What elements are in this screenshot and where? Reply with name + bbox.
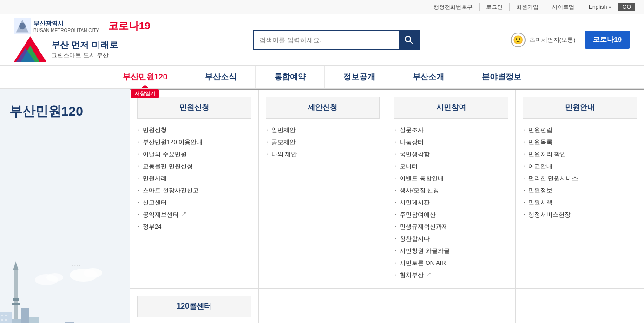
logo-area: 부산광역시 BUSAN METROPOLITAN CITY 코로나19 부산 먼… <box>14 18 163 62</box>
sitemap-link[interactable]: 사이트맵 <box>545 3 581 11</box>
list-item[interactable]: 교통불편 민원신청 <box>137 160 251 172</box>
svg-rect-30 <box>1 319 3 321</box>
menu-col-guide: 민원안내 민원편람 민원목록 민원처리 확인 여권안내 편리한 민원서비스 민원… <box>516 90 644 288</box>
list-item[interactable]: 민원처리 확인 <box>523 148 637 160</box>
signup-link[interactable]: 회원가입 <box>510 3 545 11</box>
list-item[interactable]: 칭찬합시다 <box>394 233 508 245</box>
menu-list-proposal: 일반제안 공모제안 나의 제안 <box>266 124 380 160</box>
nav-label-3: 정보공개 <box>343 72 375 82</box>
empty-col-3 <box>387 289 516 323</box>
busan-city-icon <box>14 18 31 34</box>
list-item[interactable]: 행정서비스헌장 <box>523 209 637 221</box>
section-title: 부산민원120 <box>9 103 121 120</box>
list-item[interactable]: 민원시책 <box>523 197 637 209</box>
menu-header-guide: 민원안내 <box>523 97 637 119</box>
menu-list-guide: 민원편람 민원목록 민원처리 확인 여권안내 편리한 민원서비스 민원정보 민원… <box>523 124 637 221</box>
svg-point-2 <box>19 23 26 29</box>
svg-point-11 <box>46 273 63 282</box>
list-item[interactable]: 모니터 <box>394 160 508 172</box>
search-icon <box>404 35 414 45</box>
slogan-main: 부산 먼저 미래로 <box>51 39 118 51</box>
city-name-en: BUSAN METROPOLITAN CITY <box>33 28 99 33</box>
list-item[interactable]: 행사/모집 신청 <box>394 185 508 197</box>
admin-phone-link[interactable]: 행정전화번호부 <box>427 3 480 11</box>
list-item[interactable]: 스마트 현장사진신고 <box>137 185 251 197</box>
search-button[interactable] <box>399 30 419 50</box>
menu-header-minwon: 민원신청 <box>137 97 251 119</box>
logo-slogan: 부산 먼저 미래로 그린스마트 도시 부산 <box>14 36 118 62</box>
logo-top: 부산광역시 BUSAN METROPOLITAN CITY 코로나19 <box>14 18 150 34</box>
call-center-col: 120콜센터 이용안내 콜센터 소개 <box>130 289 259 323</box>
svg-rect-17 <box>0 312 12 323</box>
top-bar-links: 행정전화번호부 로그인 회원가입 사이트맵 <box>427 3 581 11</box>
list-item[interactable]: 나의 제안 <box>266 148 380 160</box>
busan-logo[interactable]: 부산광역시 BUSAN METROPOLITAN CITY <box>14 18 99 34</box>
search-box <box>253 30 420 50</box>
language-selector[interactable]: English ▾ <box>589 4 611 10</box>
menu-header-citizen: 시민참여 <box>394 97 508 119</box>
list-item[interactable]: 여권안내 <box>523 160 637 172</box>
nav-items: 부산민원120 새창열기 부산소식 통합예약 정보공개 부산소개 분야별정보 <box>104 66 540 88</box>
left-panel: 부산민원120 ⌒ ⌒ <box>0 89 130 323</box>
corona-badge-header[interactable]: 코로나19 <box>108 19 150 33</box>
svg-rect-15 <box>13 298 19 301</box>
list-item[interactable]: 민생규제혁신과제 <box>394 221 508 233</box>
nav-item-fields[interactable]: 분야별정보 <box>463 66 540 88</box>
list-item[interactable]: 편리한 민원서비스 <box>523 172 637 185</box>
list-item[interactable]: 일반제안 <box>266 124 380 136</box>
list-item[interactable]: 민원정보 <box>523 185 637 197</box>
nav-item-info[interactable]: 정보공개 <box>325 66 394 88</box>
list-item[interactable]: 민원편람 <box>523 124 637 136</box>
list-item[interactable]: 공모제안 <box>266 136 380 148</box>
list-item[interactable]: 나눔장터 <box>394 136 508 148</box>
nav-item-news[interactable]: 부산소식 <box>186 66 256 88</box>
svg-rect-31 <box>5 319 7 321</box>
svg-rect-18 <box>12 319 21 323</box>
nav-popup-label: 새창열기 <box>131 89 159 98</box>
list-item[interactable]: 신고센터 <box>137 197 251 209</box>
list-item[interactable]: 시민청원 와글와글 <box>394 245 508 257</box>
nav-item-reservation[interactable]: 통합예약 <box>256 66 325 88</box>
nav-item-about[interactable]: 부산소개 <box>394 66 463 88</box>
list-item[interactable]: 부산민원120 이용안내 <box>137 136 251 148</box>
nav-label-2: 통합예약 <box>274 72 306 82</box>
menu-grid: 민원신청 민원신청 부산민원120 이용안내 이달의 주요민원 교통불편 민원신… <box>130 89 644 288</box>
list-item[interactable]: 공익제보센터 ↗ <box>137 209 251 221</box>
menu-area: 민원신청 민원신청 부산민원120 이용안내 이달의 주요민원 교통불편 민원신… <box>130 89 644 323</box>
list-item[interactable]: 설문조사 <box>394 124 508 136</box>
list-item[interactable]: 시민토론 ON AIR <box>394 257 508 269</box>
list-item[interactable]: 국민생각함 <box>394 148 508 160</box>
city-illustration: ⌒ ⌒ <box>0 252 130 323</box>
svg-point-6 <box>405 36 411 42</box>
main-wrapper: 부산민원120 ⌒ ⌒ <box>0 89 644 323</box>
svg-line-7 <box>410 41 413 44</box>
svg-rect-13 <box>14 270 18 323</box>
nav-label-5: 분야별정보 <box>482 72 521 82</box>
login-link[interactable]: 로그인 <box>480 3 510 11</box>
list-item[interactable]: 민원신청 <box>137 124 251 136</box>
menu-list-minwon: 민원신청 부산민원120 이용안내 이달의 주요민원 교통불편 민원신청 민원사… <box>137 124 251 233</box>
svg-text:⌒ ⌒: ⌒ ⌒ <box>72 265 80 269</box>
menu-col-proposal: 제안신청 일반제안 공모제안 나의 제안 <box>259 90 388 288</box>
nav-item-minwon[interactable]: 부산민원120 새창열기 <box>104 66 186 88</box>
svg-rect-19 <box>21 308 29 323</box>
search-input[interactable] <box>254 36 399 44</box>
corona-button[interactable]: 코로나19 <box>585 31 630 49</box>
go-button[interactable]: GO <box>618 3 635 11</box>
list-item[interactable]: 이벤트 통합안내 <box>394 172 508 185</box>
list-item[interactable]: 민원사례 <box>137 172 251 185</box>
list-item[interactable]: 협치부산 ↗ <box>394 269 508 281</box>
list-item[interactable]: 민원목록 <box>523 136 637 148</box>
navigation: 부산민원120 새창열기 부산소식 통합예약 정보공개 부산소개 분야별정보 <box>0 66 644 89</box>
list-item[interactable]: 시민게시판 <box>394 197 508 209</box>
slogan-text-group: 부산 먼저 미래로 그린스마트 도시 부산 <box>51 39 118 59</box>
city-svg: ⌒ ⌒ <box>0 252 130 323</box>
triangle-logo <box>14 36 46 62</box>
air-quality-icon: 🙂 <box>511 33 526 47</box>
svg-rect-16 <box>12 303 20 305</box>
nav-label-1: 부산소식 <box>205 72 237 82</box>
air-quality: 🙂 초미세먼지(보통) <box>511 33 576 47</box>
list-item[interactable]: 이달의 주요민원 <box>137 148 251 160</box>
list-item[interactable]: 주민참여예산 <box>394 209 508 221</box>
list-item[interactable]: 정부24 <box>137 221 251 233</box>
